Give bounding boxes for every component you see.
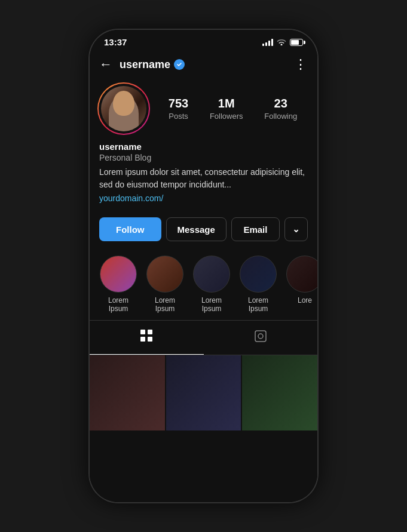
svg-point-5 [258, 334, 263, 339]
more-button[interactable]: ⋮ [294, 57, 308, 72]
highlights-row: Lorem Ipsum Lorem Ipsum Lorem Ipsum Lore… [90, 248, 317, 320]
highlight-circle-5 [286, 256, 317, 293]
svg-rect-2 [140, 337, 145, 342]
highlight-circle-1 [100, 256, 137, 293]
grid-cell-2 [166, 355, 241, 430]
avatar [99, 84, 148, 133]
message-button[interactable]: Message [166, 217, 227, 241]
profile-bio-title: Personal Blog [99, 153, 308, 162]
email-button[interactable]: Email [231, 217, 280, 241]
tab-tagged[interactable] [204, 321, 318, 355]
profile-link[interactable]: yourdomain.com/ [99, 193, 308, 203]
tab-grid[interactable] [90, 321, 204, 355]
grid-cell-3 [242, 355, 317, 430]
highlight-label-1: Lorem Ipsum [99, 296, 137, 313]
profile-stats: 753 Posts 1M Followers 23 Following [158, 97, 308, 121]
posts-label: Posts [169, 112, 188, 121]
svg-rect-3 [148, 337, 152, 342]
highlight-circle-2 [146, 256, 183, 293]
verified-badge [174, 59, 185, 70]
signal-icon [262, 39, 273, 46]
profile-top: 753 Posts 1M Followers 23 Following [99, 84, 308, 133]
svg-rect-0 [140, 330, 145, 334]
wifi-icon [277, 38, 286, 47]
highlight-4[interactable]: Lorem Ipsum [239, 256, 277, 313]
avatar-ring [97, 82, 150, 135]
stat-following: 23 Following [264, 97, 297, 121]
tab-bar [90, 320, 317, 355]
followers-label: Followers [210, 112, 243, 121]
tag-icon [254, 330, 267, 346]
stat-posts: 753 Posts [169, 97, 188, 121]
status-bar: 13:37 [90, 30, 317, 52]
photo-grid [90, 355, 317, 502]
stat-followers: 1M Followers [210, 97, 243, 121]
highlight-2[interactable]: Lorem Ipsum [146, 256, 184, 313]
profile-name: username [99, 142, 308, 152]
highlight-circle-3 [193, 256, 230, 293]
highlight-label-4: Lorem Ipsum [239, 296, 277, 313]
action-buttons: Follow Message Email ⌄ [90, 210, 317, 248]
follow-button[interactable]: Follow [99, 217, 161, 241]
avatar-image [101, 86, 146, 131]
profile-bio: Lorem ipsum dolor sit amet, consectetur … [99, 166, 308, 191]
more-options-button[interactable]: ⌄ [284, 217, 308, 241]
highlight-1[interactable]: Lorem Ipsum [99, 256, 137, 313]
posts-count: 753 [169, 97, 188, 110]
svg-rect-1 [148, 330, 152, 334]
phone-inner: 13:37 [90, 30, 317, 502]
back-button[interactable]: ← [99, 57, 112, 72]
grid-icon [140, 329, 153, 346]
phone-frame: 13:37 [90, 30, 317, 502]
battery-icon [290, 39, 303, 46]
highlight-5[interactable]: Lore [286, 256, 317, 313]
header-username: username [120, 59, 294, 71]
header: ← username ⋮ [90, 52, 317, 79]
status-icons [262, 38, 303, 47]
highlight-circle-4 [240, 256, 277, 293]
header-username-text: username [120, 59, 170, 71]
highlight-3[interactable]: Lorem Ipsum [192, 256, 231, 313]
svg-rect-4 [255, 331, 266, 342]
followers-count: 1M [218, 97, 235, 110]
status-time: 13:37 [104, 37, 127, 47]
following-count: 23 [274, 97, 287, 110]
highlight-label-2: Lorem Ipsum [146, 296, 184, 313]
following-label: Following [264, 112, 297, 121]
highlight-label-3: Lorem Ipsum [192, 296, 231, 313]
profile-section: 753 Posts 1M Followers 23 Following user… [90, 79, 317, 210]
highlight-label-5: Lore [298, 296, 312, 305]
grid-cell-1 [90, 355, 165, 430]
